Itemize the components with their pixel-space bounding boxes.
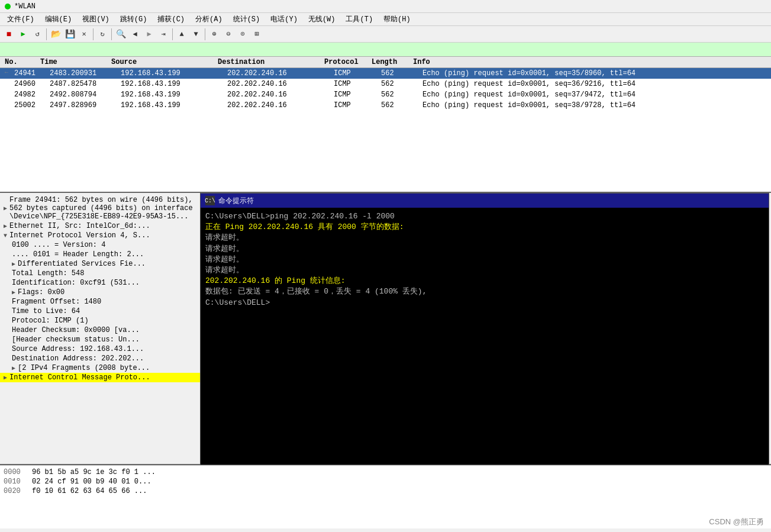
menu-item-y[interactable]: 电话(Y) — [266, 13, 302, 25]
restart-button[interactable]: ↺ — [31, 28, 44, 41]
hex-row-2: 0020f0 10 61 62 63 64 65 66 ... — [4, 487, 767, 495]
toolbar-sep-2 — [93, 28, 93, 40]
menu-item-h[interactable]: 帮助(H) — [379, 13, 415, 25]
filter-input[interactable]: ip.addr == 202.202.240.16 and icmp — [4, 46, 767, 54]
start-button[interactable]: ▶ — [17, 28, 30, 41]
cmd-line-0: C:\Users\DELL>ping 202.202.240.16 -l 200… — [205, 211, 764, 222]
detail-item-0[interactable]: Frame 24941: 562 bytes on wire (4496 bit… — [0, 195, 200, 221]
header-time: Time — [38, 58, 109, 66]
detail-item-11[interactable]: Protocol: ICMP (1) — [0, 316, 200, 325]
header-no: No. — [2, 58, 38, 66]
cmd-line-8: 202.202.240.16 的 Ping 统计信息: — [205, 276, 764, 286]
back-button[interactable]: ◀ — [128, 28, 141, 41]
save-button[interactable]: 💾 — [63, 28, 76, 41]
title-bar: *WLAN — [0, 0, 771, 13]
cmd-line-9: 数据包: 已发送 = 4，已接收 = 0，丢失 = 4 (100% 丢失), — [205, 286, 764, 297]
zoom-fit-button[interactable]: 🔍 — [114, 28, 127, 41]
zoom-out-button[interactable]: ⊖ — [222, 28, 235, 41]
watermark: CSDN @熊正勇 — [709, 517, 764, 527]
menu-item-s[interactable]: 统计(S) — [228, 13, 265, 25]
menu-item-c[interactable]: 捕获(C) — [153, 13, 189, 25]
packet-row-3[interactable]: 250022497.828969192.168.43.199202.202.24… — [0, 100, 771, 111]
row-arrow-3 — [2, 101, 12, 109]
detail-item-16[interactable]: [2 IPv4 Fragments (2008 byte... — [0, 363, 200, 373]
filter-bar[interactable]: ip.addr == 202.202.240.16 and icmp — [0, 43, 771, 57]
packet-rows: ←249412483.200931192.168.43.199202.202.2… — [0, 68, 771, 111]
detail-item-8[interactable]: Flags: 0x00 — [0, 288, 200, 297]
detail-item-5[interactable]: Differentiated Services Fie... — [0, 259, 200, 269]
menu-item-w[interactable]: 无线(W) — [304, 13, 340, 25]
detail-item-7[interactable]: Identification: 0xcf91 (531... — [0, 278, 200, 288]
header-destination: Destination — [215, 58, 322, 66]
cmd-title-bar[interactable]: C:\ 命令提示符 — [201, 194, 769, 208]
detail-item-3[interactable]: 0100 .... = Version: 4 — [0, 240, 200, 250]
hex-row-0: 000096 b1 5b a5 9c 1e 3c f0 1 ... — [4, 468, 767, 476]
detail-panel: Frame 24941: 562 bytes on wire (4496 bit… — [0, 193, 201, 464]
hex-panel: 000096 b1 5b a5 9c 1e 3c f0 1 ...001002 … — [0, 465, 771, 528]
row-arrow-2 — [2, 91, 12, 99]
cmd-title-text: 命令提示符 — [218, 196, 254, 206]
hex-row-1: 001002 24 cf 91 00 b9 40 01 0... — [4, 478, 767, 486]
detail-item-12[interactable]: Header Checksum: 0x0000 [va... — [0, 325, 200, 335]
cmd-line-5: 请求超时。 — [205, 254, 764, 265]
zoom-reset-button[interactable]: ⊙ — [236, 28, 249, 41]
resize-button[interactable]: ⊞ — [250, 28, 263, 41]
detail-item-17[interactable]: Internet Control Message Proto... — [0, 373, 200, 382]
detail-item-10[interactable]: Time to Live: 64 — [0, 307, 200, 316]
zoom-in-button[interactable]: ⊕ — [208, 28, 221, 41]
cmd-window: C:\ 命令提示符 C:\Users\DELL>ping 202.202.240… — [200, 193, 769, 465]
header-protocol: Protocol — [322, 58, 369, 66]
open-button[interactable]: 📂 — [49, 28, 62, 41]
menu-bar: 文件(F)编辑(E)视图(V)跳转(G)捕获(C)分析(A)统计(S)电话(Y)… — [0, 13, 771, 26]
cmd-line-6: 请求超时。 — [205, 265, 764, 276]
packet-row-0[interactable]: ←249412483.200931192.168.43.199202.202.2… — [0, 68, 771, 79]
goto-button[interactable]: ⇥ — [157, 28, 170, 41]
menu-item-t[interactable]: 工具(T) — [341, 13, 378, 25]
header-info: Info — [411, 58, 769, 66]
packet-row-2[interactable]: 249822492.808794192.168.43.199202.202.24… — [0, 89, 771, 100]
status-dot — [5, 4, 11, 9]
header-length: Length — [369, 58, 411, 66]
menu-item-g[interactable]: 跳转(G) — [115, 13, 152, 25]
stop-button[interactable]: ■ — [2, 28, 15, 41]
menu-item-a[interactable]: 分析(A) — [191, 13, 227, 25]
packet-list: No. Time Source Destination Protocol Len… — [0, 57, 771, 193]
detail-item-14[interactable]: Source Address: 192.168.43.1... — [0, 344, 200, 354]
detail-item-9[interactable]: Fragment Offset: 1480 — [0, 297, 200, 307]
header-source: Source — [109, 58, 215, 66]
cmd-body: C:\Users\DELL>ping 202.202.240.16 -l 200… — [201, 208, 769, 312]
menu-item-v[interactable]: 视图(V) — [78, 13, 114, 25]
detail-item-1[interactable]: Ethernet II, Src: IntelCor_6d:... — [0, 221, 200, 231]
close-button[interactable]: ✕ — [78, 28, 91, 41]
toolbar: ■ ▶ ↺ 📂 💾 ✕ ↻ 🔍 ◀ ▶ ⇥ ▲ ▼ ⊕ ⊖ ⊙ ⊞ — [0, 26, 771, 43]
packet-row-1[interactable]: 249602487.825478192.168.43.199202.202.24… — [0, 79, 771, 89]
app-title: *WLAN — [14, 2, 36, 11]
scroll-down-button[interactable]: ▼ — [189, 28, 202, 41]
toolbar-sep-5 — [205, 28, 205, 40]
packet-list-header: No. Time Source Destination Protocol Len… — [0, 57, 771, 68]
forward-button[interactable]: ▶ — [143, 28, 156, 41]
toolbar-sep-4 — [172, 28, 173, 40]
cmd-line-4: 请求超时。 — [205, 244, 764, 254]
cmd-icon: C:\ — [205, 196, 215, 205]
toolbar-sep-1 — [46, 28, 47, 40]
row-arrow-0: ← — [2, 69, 12, 78]
reload-button[interactable]: ↻ — [96, 28, 109, 41]
detail-item-2[interactable]: Internet Protocol Version 4, S... — [0, 231, 200, 240]
detail-item-4[interactable]: .... 0101 = Header Length: 2... — [0, 250, 200, 259]
cmd-line-11: C:\Users\DELL> — [205, 298, 764, 308]
toolbar-sep-3 — [111, 28, 112, 40]
detail-item-6[interactable]: Total Length: 548 — [0, 269, 200, 278]
cmd-line-2: 正在 Ping 202.202.240.16 具有 2000 字节的数据: — [205, 222, 764, 233]
row-arrow-1 — [2, 80, 12, 88]
menu-item-f[interactable]: 文件(F) — [2, 13, 39, 25]
cmd-line-3: 请求超时。 — [205, 233, 764, 243]
detail-item-13[interactable]: [Header checksum status: Un... — [0, 335, 200, 344]
menu-item-e[interactable]: 编辑(E) — [40, 13, 77, 25]
detail-item-15[interactable]: Destination Address: 202.202... — [0, 354, 200, 363]
scroll-up-button[interactable]: ▲ — [175, 28, 188, 41]
